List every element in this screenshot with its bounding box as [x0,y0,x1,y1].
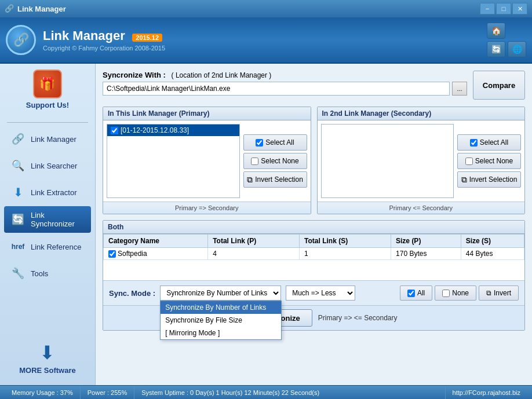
app-copyright: Copyright © Fahmy Corporation 2008-2015 [43,45,165,52]
window-controls: − □ ✕ [480,3,527,14]
sync-with-hint: ( Location of 2nd Link Manager ) [172,71,272,79]
sync-with-label: Syncronize With : ( Location of 2nd Link… [103,71,467,79]
more-icon: ⬇ [39,342,55,364]
status-uptime: System Uptime : 0 Day(s) 1 Hour(s) 12 Mi… [134,386,445,399]
home-button[interactable]: 🏠 [487,23,505,39]
primary-select-none-button[interactable]: Select None [243,153,307,169]
globe-button[interactable]: 🌐 [508,41,526,57]
invert-icon: ⧉ [247,175,253,185]
sync-with-left: Syncronize With : ( Location of 2nd Link… [103,71,467,96]
sidebar-item-label-link-manager: Link Manager [31,135,76,144]
sync-mode-select[interactable]: Synchronize By Number of LinksSynchroniz… [160,285,281,301]
primary-panel-inner: [01-12-2015.12.08.33] Select All Select … [103,120,311,202]
sidebar-item-link-searcher[interactable]: 🔍 Link Searcher [4,153,91,178]
both-table-wrap: Category Name Total Link (P) Total Link … [103,234,524,280]
sync-invert-button[interactable]: ⧉ Invert [479,285,519,301]
primary-panel-title: In This Link Manager (Primary) [103,107,311,120]
col-size-p: Size (P) [391,235,461,248]
cell-category: Softpedia [104,248,208,260]
primary-select-none-checkbox [251,158,258,165]
cell-total-p: 4 [208,248,300,260]
dropdown-option[interactable]: Synchronize By Number of Links [161,301,281,314]
invert-btn-icon: ⧉ [486,289,491,297]
primary-panel: In This Link Manager (Primary) [01-12-20… [103,107,311,214]
table-row: Softpedia 4 1 170 Bytes 44 Bytes [104,248,524,260]
secondary-invert-icon: ⧉ [461,175,467,185]
tools-icon: 🔧 [10,265,26,281]
col-total-p: Total Link (P) [208,235,300,248]
secondary-select-all-button[interactable]: Select All [457,134,521,151]
secondary-panel-inner: Select All Select None ⧉ Invert Selectio… [318,120,525,202]
sidebar-item-link-manager[interactable]: 🔗 Link Manager [4,126,91,152]
sidebar-item-tools[interactable]: 🔧 Tools [4,261,91,286]
dropdown-option[interactable]: [ Mirroring Mode ] [161,327,281,339]
sync-with-row: Syncronize With : ( Location of 2nd Link… [103,71,525,100]
sync-all-button[interactable]: All [400,285,432,301]
app-header: 🔗 Link Manager 2015.12 Copyright © Fahmy… [0,17,532,64]
more-software-button[interactable]: ⬇ MORE Software [14,337,81,379]
header-right: 🏠 🔄 🌐 [487,23,526,57]
support-us-button[interactable]: 🎁 Support Us! [26,69,69,109]
close-button[interactable]: ✕ [512,3,527,14]
sync-mode-label: Sync. Mode : [109,289,155,298]
more-label: MORE Software [19,366,76,375]
both-section: Both Category Name Total Link (P) Total … [103,220,525,331]
primary-invert-button[interactable]: ⧉ Invert Selection [243,171,307,188]
none-checkbox [442,290,450,297]
link-searcher-icon: 🔍 [10,158,26,174]
secondary-panel-buttons: Select All Select None ⧉ Invert Selectio… [457,124,521,198]
secondary-panel: In 2nd Link Manager (Secondary) Select A… [317,107,526,214]
link-manager-icon: 🔗 [10,131,26,147]
minimize-button[interactable]: − [480,3,495,14]
sidebar-item-label-link-reference: Link Reference [31,243,81,251]
primary-item-label: [01-12-2015.12.08.33] [121,126,189,134]
link-synchronizer-icon: 🔄 [10,211,26,228]
primary-panel-list[interactable]: [01-12-2015.12.08.33] [107,124,240,198]
status-bar: Memory Usage : 37% Power : 255% System U… [0,385,532,399]
primary-select-all-checkbox [256,139,263,147]
sidebar-item-label-tools: Tools [31,269,48,278]
browse-button[interactable]: ... [452,82,467,96]
status-url: http://FCorp.rajahost.biz [446,386,527,399]
sidebar-item-link-extractor[interactable]: ⬇ Link Extractor [4,180,91,205]
primary-select-all-button[interactable]: Select All [243,134,307,151]
sidebar-item-label-link-synchronizer: Link Synchronizer [31,211,85,228]
secondary-panel-footer: Primary <= Secondary [318,202,525,214]
secondary-select-none-checkbox [465,158,473,165]
app-icon: 🔗 [5,4,14,13]
sync-none-button[interactable]: None [435,285,476,301]
sync-btn-group: All None ⧉ Invert [400,285,519,301]
refresh-button[interactable]: 🔄 [487,41,505,57]
header-icons-2: 🔄 🌐 [487,41,526,57]
sidebar-item-link-reference[interactable]: href Link Reference [4,234,91,259]
app-title-group: Link Manager 2015.12 Copyright © Fahmy C… [43,28,165,52]
col-total-s: Total Link (S) [300,235,391,248]
sync-direction-select[interactable]: Much => LessLess => Much [286,285,355,301]
sync-path-input[interactable] [103,82,450,96]
primary-panel-buttons: Select All Select None ⧉ Invert Selectio… [243,124,307,198]
cell-size-p: 170 Bytes [391,248,461,260]
support-icon: 🎁 [33,69,62,98]
secondary-panel-list[interactable] [321,124,454,198]
dropdown-option[interactable]: Synchronize By File Size [161,314,281,327]
sidebar-item-link-synchronizer[interactable]: 🔄 Link Synchronizer [4,206,91,233]
status-power: Power : 255% [81,386,134,399]
content-area: Syncronize With : ( Location of 2nd Link… [96,64,532,385]
both-table-header-row: Category Name Total Link (P) Total Link … [104,235,524,248]
row-checkbox[interactable] [108,250,116,258]
sidebar: 🎁 Support Us! 🔗 Link Manager 🔍 Link Sear… [0,64,96,385]
secondary-invert-button[interactable]: ⧉ Invert Selection [457,171,521,188]
cell-size-s: 44 Bytes [461,248,524,260]
status-memory: Memory Usage : 37% [5,386,81,399]
both-table-body: Softpedia 4 1 170 Bytes 44 Bytes [104,248,524,260]
compare-button[interactable]: Compare [473,71,525,100]
link-reference-icon: href [10,239,26,255]
header-icons: 🏠 [487,23,526,39]
maximize-button[interactable]: □ [496,3,511,14]
version-badge: 2015.12 [132,34,162,42]
app-logo-area: 🔗 Link Manager 2015.12 Copyright © Fahmy… [6,25,165,55]
primary-list-item[interactable]: [01-12-2015.12.08.33] [107,125,239,136]
primary-item-checkbox[interactable] [111,127,118,134]
secondary-select-none-button[interactable]: Select None [457,153,521,169]
sync-path-row: ... [103,82,467,96]
